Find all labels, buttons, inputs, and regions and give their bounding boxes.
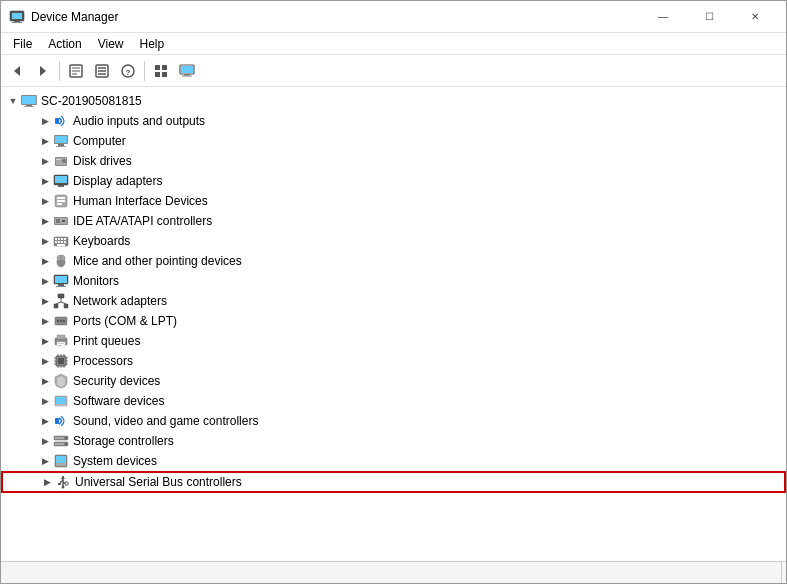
sound-icon xyxy=(53,413,69,429)
display-expand-icon[interactable]: ▶ xyxy=(37,173,53,189)
svg-line-69 xyxy=(56,302,61,304)
svg-marker-5 xyxy=(40,66,46,76)
tree-view[interactable]: ▼ SC-201905081815 ▶ xyxy=(1,87,786,561)
svg-rect-102 xyxy=(55,437,64,439)
tree-item-monitors[interactable]: ▶ Monitors xyxy=(1,271,786,291)
storage-label: Storage controllers xyxy=(73,434,174,448)
toolbar-forward-button[interactable] xyxy=(31,59,55,83)
display-icon xyxy=(53,173,69,189)
minimize-button[interactable]: — xyxy=(640,1,686,33)
network-icon xyxy=(53,293,69,309)
keyboard-expand-icon[interactable]: ▶ xyxy=(37,233,53,249)
svg-point-35 xyxy=(62,159,66,163)
svg-rect-95 xyxy=(56,397,66,404)
security-expand-icon[interactable]: ▶ xyxy=(37,373,53,389)
ide-expand-icon[interactable]: ▶ xyxy=(37,213,53,229)
ports-icon xyxy=(53,313,69,329)
sound-label: Sound, video and game controllers xyxy=(73,414,258,428)
computer-icon xyxy=(53,133,69,149)
ports-label: Ports (COM & LPT) xyxy=(73,314,177,328)
tree-item-ports[interactable]: ▶ Ports (COM & LPT) xyxy=(1,311,786,331)
system-expand-icon[interactable]: ▶ xyxy=(37,453,53,469)
menu-action[interactable]: Action xyxy=(40,35,89,53)
title-bar-icon xyxy=(9,9,25,25)
svg-rect-81 xyxy=(58,358,64,364)
toolbar-monitor-button[interactable] xyxy=(175,59,199,83)
svg-rect-57 xyxy=(57,244,65,246)
svg-rect-38 xyxy=(55,176,67,183)
tree-item-ide[interactable]: ▶ IDE ATA/ATAPI controllers xyxy=(1,211,786,231)
usb-expand-icon[interactable]: ▶ xyxy=(39,474,55,490)
tree-item-sound[interactable]: ▶ Sound, video and game controllers xyxy=(1,411,786,431)
processor-expand-icon[interactable]: ▶ xyxy=(37,353,53,369)
monitors-icon xyxy=(53,273,69,289)
tree-item-usb[interactable]: ▶ Universal Serial Bus controllers xyxy=(1,471,786,493)
svg-rect-77 xyxy=(57,342,65,347)
security-label: Security devices xyxy=(73,374,160,388)
network-expand-icon[interactable]: ▶ xyxy=(37,293,53,309)
root-expand-icon[interactable]: ▼ xyxy=(5,93,21,109)
tree-item-storage[interactable]: ▶ Storage controllers xyxy=(1,431,786,451)
mouse-expand-icon[interactable]: ▶ xyxy=(37,253,53,269)
toolbar-help-button[interactable]: ? xyxy=(116,59,140,83)
monitors-expand-icon[interactable]: ▶ xyxy=(37,273,53,289)
computer-label: Computer xyxy=(73,134,126,148)
svg-rect-54 xyxy=(58,241,60,243)
disk-expand-icon[interactable]: ▶ xyxy=(37,153,53,169)
software-label: Software devices xyxy=(73,394,164,408)
svg-marker-108 xyxy=(61,476,65,479)
mouse-icon xyxy=(53,253,69,269)
svg-point-73 xyxy=(60,320,62,322)
monitors-label: Monitors xyxy=(73,274,119,288)
svg-rect-50 xyxy=(58,238,60,240)
svg-rect-111 xyxy=(58,483,61,485)
tree-root[interactable]: ▼ SC-201905081815 xyxy=(1,91,786,111)
storage-expand-icon[interactable]: ▶ xyxy=(37,433,53,449)
ports-expand-icon[interactable]: ▶ xyxy=(37,313,53,329)
tree-item-print[interactable]: ▶ Print queues xyxy=(1,331,786,351)
toolbar-update-button[interactable] xyxy=(90,59,114,83)
network-label: Network adapters xyxy=(73,294,167,308)
svg-rect-42 xyxy=(57,200,65,202)
print-expand-icon[interactable]: ▶ xyxy=(37,333,53,349)
menu-view[interactable]: View xyxy=(90,35,132,53)
tree-item-software[interactable]: ▶ Software devices xyxy=(1,391,786,411)
processor-icon xyxy=(53,353,69,369)
tree-item-security[interactable]: ▶ Security devices xyxy=(1,371,786,391)
svg-rect-18 xyxy=(155,72,160,77)
audio-expand-icon[interactable]: ▶ xyxy=(37,113,53,129)
svg-rect-22 xyxy=(184,74,190,76)
root-label: SC-201905081815 xyxy=(41,94,142,108)
svg-rect-21 xyxy=(181,66,193,73)
tree-item-disk[interactable]: ▶ Disk drives xyxy=(1,151,786,171)
tree-item-system[interactable]: ▶ System devices xyxy=(1,451,786,471)
menu-file[interactable]: File xyxy=(5,35,40,53)
toolbar-view-button[interactable] xyxy=(149,59,173,83)
tree-item-processor[interactable]: ▶ xyxy=(1,351,786,371)
storage-icon xyxy=(53,433,69,449)
toolbar-properties-button[interactable] xyxy=(64,59,88,83)
tree-item-hid[interactable]: ▶ Human Interface Devices xyxy=(1,191,786,211)
hid-expand-icon[interactable]: ▶ xyxy=(37,193,53,209)
content-area: ▼ SC-201905081815 ▶ xyxy=(1,87,786,561)
close-button[interactable]: ✕ xyxy=(732,1,778,33)
tree-item-mouse[interactable]: ▶ Mice and other pointing devices xyxy=(1,251,786,271)
sound-expand-icon[interactable]: ▶ xyxy=(37,413,53,429)
tree-item-keyboard[interactable]: ▶ Keyboards xyxy=(1,231,786,251)
menu-bar: File Action View Help xyxy=(1,33,786,55)
menu-help[interactable]: Help xyxy=(132,35,173,53)
software-expand-icon[interactable]: ▶ xyxy=(37,393,53,409)
tree-item-display[interactable]: ▶ Display adapters xyxy=(1,171,786,191)
svg-rect-55 xyxy=(61,241,63,243)
disk-label: Disk drives xyxy=(73,154,132,168)
tree-item-audio[interactable]: ▶ Audio inputs and outputs xyxy=(1,111,786,131)
status-panel xyxy=(5,562,782,583)
maximize-button[interactable]: ☐ xyxy=(686,1,732,33)
svg-rect-39 xyxy=(58,185,64,187)
tree-item-computer[interactable]: ▶ Computer xyxy=(1,131,786,151)
tree-item-network[interactable]: ▶ Network adapters xyxy=(1,291,786,311)
toolbar-back-button[interactable] xyxy=(5,59,29,83)
svg-rect-67 xyxy=(64,304,68,308)
computer-expand-icon[interactable]: ▶ xyxy=(37,133,53,149)
toolbar-separator-2 xyxy=(144,61,145,81)
